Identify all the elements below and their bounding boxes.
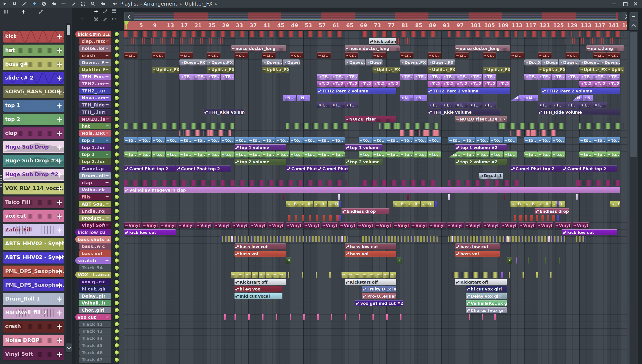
automation-clip[interactable]: bass vol [455, 250, 500, 257]
audio-clip[interactable] [482, 314, 483, 320]
track-name-button[interactable]: Product..Starters [79, 215, 111, 222]
pattern-clip[interactable]: ⇥to.. [138, 152, 151, 158]
pattern-clip[interactable]: ⇥to.. [152, 137, 165, 143]
track-name-button[interactable]: top 2 [79, 151, 111, 158]
pattern-clip[interactable]: ⇥to.. [372, 152, 386, 158]
pattern-clip[interactable]: ⇥Down..FX [345, 60, 365, 66]
track-lane[interactable]: ⇥⇥⇥ [124, 257, 627, 264]
track-name-button[interactable]: Track 43 [79, 328, 111, 334]
track-mute-led[interactable] [114, 236, 120, 242]
track-lane[interactable] [124, 130, 627, 137]
pattern-clip[interactable]: ⇥Down..FX [559, 60, 579, 66]
cut-icon[interactable] [94, 16, 99, 22]
track-mute-led[interactable] [114, 166, 120, 171]
group-collapse-icon[interactable]: ▲ [107, 238, 110, 241]
audio-clip[interactable] [531, 130, 558, 136]
slice-icon[interactable] [103, 16, 108, 22]
pattern-clip[interactable]: ⇥Down..FX [600, 60, 620, 66]
track-lane[interactable]: Camel Phat top 2Camel Phat top 2Camel Ph… [124, 165, 627, 172]
pattern-clip[interactable]: ⇥Down..FX [180, 60, 207, 66]
pattern-clip[interactable]: ⇥TF.. [593, 74, 606, 80]
pattern-clip[interactable]: ⇥TF.. [469, 74, 482, 80]
track-lane[interactable]: ⇥Dru..ll 1 [124, 172, 627, 179]
track-name-button[interactable]: Valhall..irl [79, 300, 111, 306]
audio-clip[interactable] [507, 236, 509, 242]
pattern-clip[interactable]: ⇥Vinyl Soft [447, 222, 464, 228]
pattern-clip[interactable]: ⇥Vinyl Soft [142, 222, 159, 228]
pattern-clip[interactable]: ⇥Down..FX [400, 60, 427, 66]
pattern-clip[interactable]: ⇥to.. [524, 137, 538, 143]
audio-clip[interactable] [231, 236, 233, 242]
scrollbar-thumb[interactable] [630, 32, 637, 157]
pattern-clip[interactable]: ⇥to.. [359, 137, 372, 143]
sparkle-icon[interactable] [94, 9, 99, 14]
pattern-clip[interactable]: ⇥T..2 [593, 81, 606, 87]
track-mute-led[interactable] [114, 300, 120, 306]
pattern-clip[interactable]: ⇥Uplif.. [607, 66, 624, 72]
stretch-icon[interactable] [112, 16, 116, 22]
track-mute-led[interactable] [114, 124, 120, 129]
sample-item[interactable]: Huge Sub Drop #2 [3, 169, 64, 181]
pattern-clip[interactable]: ⇥T.. [331, 102, 344, 108]
track-lane[interactable]: ⇥T..2⇥T..2⇥T..2⇥T..2⇥T..2⇥T..2⇥T..2⇥T..2… [124, 80, 627, 87]
track-name-button[interactable]: hat [79, 123, 111, 130]
pattern-clip[interactable]: ⇥Vinyl Soft [411, 222, 428, 228]
track-lane[interactable]: ⇥NOIZU_riser⇥NOIZU_riser..124_F - 1A [124, 116, 627, 123]
audio-clip[interactable] [579, 31, 624, 37]
pattern-clip[interactable]: ⇥cr.. [593, 52, 606, 58]
pattern-clip[interactable]: ⇥to.. [317, 137, 331, 143]
pattern-clip[interactable]: ⇥Vinyl Soft [268, 222, 285, 228]
track-mute-led[interactable] [114, 342, 120, 348]
automation-clip[interactable]: kick..olume [369, 38, 396, 44]
automation-clip[interactable]: TFH_Ride volume [204, 109, 245, 115]
track-lane[interactable]: ⇥cr..⇥cr..⇥cr..⇥cr..⇥cr..⇥cr..⇥cr..⇥cr..… [124, 52, 627, 59]
track-lane[interactable]: kick low cutkick low cut [124, 229, 627, 236]
pattern-clip[interactable]: ⇥to.. [331, 152, 344, 158]
audio-clip[interactable] [536, 215, 538, 221]
pattern-clip[interactable]: ⇥to.. [221, 137, 234, 143]
sample-item[interactable]: SOBV5_BASS_LOOP_.. [3, 86, 64, 98]
automation-clip[interactable]: TFH_Ride volume [428, 109, 499, 115]
pattern-clip[interactable]: ⇥cr.. [317, 52, 331, 58]
automation-clip[interactable]: Camel Phat top 2 [124, 166, 176, 172]
track-mute-led[interactable] [114, 74, 120, 80]
audio-clip[interactable] [303, 314, 305, 320]
group-collapse-icon[interactable]: ▲ [107, 32, 110, 36]
audio-clip[interactable] [536, 272, 538, 278]
track-name-button[interactable]: Track 34 [79, 264, 111, 271]
pattern-clip[interactable]: ⇥to.. [490, 137, 503, 143]
audio-clip[interactable] [124, 180, 348, 186]
pattern-clip[interactable]: ⇥TF.. [345, 74, 358, 80]
automation-clip[interactable]: Camel Phat top 2 [317, 166, 348, 172]
pattern-clip[interactable]: ⇥to.. [303, 137, 317, 143]
pattern-clip[interactable]: ⇥to.. [180, 152, 193, 158]
pattern-clip[interactable]: ⇥..B [300, 201, 313, 207]
pattern-clip[interactable]: ⇥TF.. [207, 74, 220, 80]
pattern-clip[interactable]: ⇥Vinyl Soft [465, 222, 482, 228]
pattern-clip[interactable]: ⇥Uplif..r_FX [428, 66, 455, 72]
track-mute-led[interactable] [114, 350, 120, 355]
track-mute-led[interactable] [114, 286, 120, 292]
audio-clip[interactable] [224, 314, 226, 320]
audio-clip[interactable] [235, 314, 236, 320]
track-lane[interactable]: ValhallaVintageVerb clap [124, 186, 627, 194]
pattern-clip[interactable]: ⇥N.. [524, 95, 538, 101]
pattern-clip[interactable]: ⇥to.. [552, 137, 565, 143]
sample-item[interactable]: Zafrir Fill [3, 224, 64, 236]
pattern-clip[interactable]: ⇥TF.. [193, 74, 206, 80]
pattern-clip[interactable]: ⇥TF.. [565, 74, 579, 80]
pattern-clip[interactable]: ⇥ [348, 272, 355, 278]
pattern-clip[interactable]: ⇥ [355, 272, 362, 278]
audio-clip[interactable] [545, 258, 546, 264]
pattern-clip[interactable]: ⇥Vinyl Soft [572, 222, 589, 228]
pattern-clip[interactable]: ⇥noise doctor_long [455, 46, 510, 52]
scroll-left-button[interactable] [124, 12, 134, 21]
track-lane[interactable] [124, 179, 627, 186]
pattern-clip[interactable]: ⇥to.. [193, 152, 206, 158]
pattern-clip[interactable]: ⇥Vinyl Soft [214, 222, 231, 228]
track-lane[interactable]: ⇥..B⇥..B⇥..B⇥..B⇥..B⇥..B⇥..B⇥..B⇥..B⇥..B… [124, 200, 627, 208]
audio-clip[interactable] [336, 215, 339, 221]
pattern-clip[interactable]: ⇥T.. [441, 102, 455, 108]
pattern-clip[interactable]: ⇥to.. [503, 137, 517, 143]
automation-clip[interactable]: top 2 volume [235, 158, 286, 164]
